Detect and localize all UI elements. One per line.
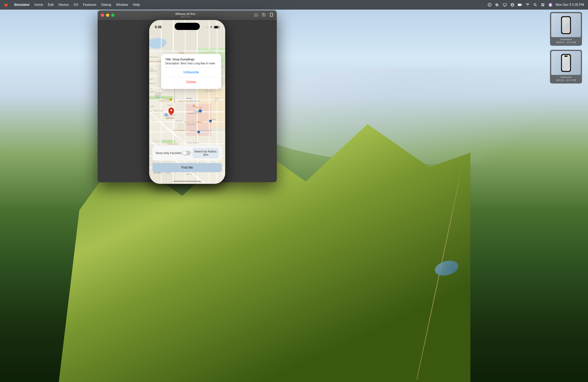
- control-center-icon[interactable]: [541, 3, 545, 7]
- svg-rect-2: [503, 4, 506, 6]
- globe-icon[interactable]: [510, 3, 515, 7]
- svg-text:HEIGHTS: HEIGHTS: [155, 96, 163, 98]
- status-bar: 5:35 ····: [149, 20, 225, 32]
- svg-text:FIC: FIC: [150, 88, 153, 89]
- svg-text:Asian Art Museum: Asian Art Museum: [173, 130, 185, 131]
- screenshot-img-2: [551, 51, 581, 75]
- desktop-background: [0, 0, 588, 382]
- svg-line-12: [536, 5, 537, 6]
- svg-text:b: b: [198, 132, 199, 133]
- user-icon[interactable]: [548, 3, 553, 7]
- svg-text:LOWER: LOWER: [155, 92, 162, 94]
- menubar-window[interactable]: Window: [116, 3, 128, 7]
- maximize-button[interactable]: [111, 14, 114, 17]
- close-button[interactable]: [101, 14, 104, 17]
- menubar-time: Mon Dec 9 5:35 PM: [556, 3, 584, 7]
- svg-text:Japan Town: Japan Town: [166, 117, 174, 119]
- svg-text:GEARY BLVD: GEARY BLVD: [153, 110, 163, 112]
- bottom-controls: Show Only Favorites: Search by Radius: 2…: [149, 145, 225, 172]
- phone-device: 5:35 ····: [149, 20, 225, 184]
- svg-text:The Independent: The Independent: [167, 143, 179, 145]
- svg-point-107: [193, 105, 194, 106]
- signal-dots: ····: [206, 26, 209, 29]
- apple-menu-icon[interactable]: 🍎: [4, 3, 8, 7]
- menubar-device[interactable]: Device: [58, 3, 69, 7]
- menubar-io[interactable]: I/O: [74, 3, 78, 7]
- popup-unfavorite-button[interactable]: Unfavorite: [165, 69, 217, 76]
- screenshot-label-2: Screenshot 2024-12....31.11 PM: [551, 75, 581, 82]
- battery-icon[interactable]: [518, 3, 522, 7]
- menubar-file[interactable]: home: [34, 3, 43, 7]
- svg-rect-25: [214, 26, 218, 28]
- svg-text:·: ·: [207, 130, 208, 132]
- search-icon[interactable]: [533, 3, 537, 7]
- home-indicator: [173, 181, 201, 182]
- find-me-button[interactable]: Find Me: [152, 163, 222, 172]
- battery-status-icon: [214, 26, 220, 29]
- menubar-debug[interactable]: Debug: [101, 3, 111, 7]
- zoom-icon[interactable]: Z: [487, 3, 492, 7]
- favorites-label: Show Only Favorites:: [156, 152, 182, 155]
- menubar-edit[interactable]: Edit: [48, 3, 54, 7]
- svg-point-13: [541, 3, 543, 5]
- svg-rect-10: [522, 4, 522, 5]
- svg-text:om: om: [150, 111, 152, 112]
- radius-button[interactable]: Search by Radius: 2km: [193, 148, 219, 158]
- favorites-toggle[interactable]: [182, 151, 191, 155]
- svg-point-105: [169, 98, 172, 101]
- menubar-right: Z 🐘: [487, 3, 584, 7]
- status-time: 5:35: [155, 25, 162, 29]
- simulator-toolbar: [254, 13, 273, 18]
- svg-text:b: b: [210, 120, 211, 122]
- svg-text:House of Prime Rib: House of Prime Rib: [179, 100, 192, 102]
- menubar-features[interactable]: Features: [83, 3, 96, 7]
- svg-text:IKEA: IKEA: [197, 121, 201, 123]
- wifi-icon[interactable]: [525, 3, 530, 7]
- svg-text:16TH ST: 16TH ST: [186, 173, 192, 175]
- svg-text:The Masonic: The Masonic: [191, 100, 200, 102]
- screenshot-label-1: Screenshot 2024-12....15.12 PM: [551, 37, 581, 45]
- menubar-help[interactable]: Help: [133, 3, 140, 7]
- svg-text:RAW: RAW: [150, 105, 154, 107]
- svg-text:PINE ST: PINE ST: [167, 104, 173, 106]
- popup-delete-button[interactable]: Delete: [165, 79, 217, 85]
- map-popup: Title: Soup Dumplings Description: Best …: [161, 54, 221, 89]
- svg-text:CHESTNUT: CHESTNUT: [149, 56, 158, 58]
- svg-point-101: [170, 110, 172, 111]
- minimize-button[interactable]: [106, 14, 109, 17]
- elephant-icon[interactable]: 🐘: [495, 3, 499, 7]
- svg-text:MISSION ST: MISSION ST: [187, 123, 196, 125]
- svg-point-18: [550, 4, 551, 5]
- svg-rect-21: [263, 13, 264, 14]
- home-toolbar-button[interactable]: [254, 13, 258, 18]
- svg-text:PACIFIC: PACIFIC: [155, 94, 162, 96]
- svg-text:SOMA: SOMA: [211, 118, 216, 120]
- menubar-left: 🍎 Simulator home Edit Device I/O Feature…: [4, 3, 140, 7]
- wifi-status-icon: [210, 26, 213, 28]
- svg-text:Lafayette Park: Lafayette Park: [159, 100, 170, 102]
- svg-point-20: [263, 14, 264, 15]
- menubar: 🍎 Simulator home Edit Device I/O Feature…: [0, 0, 588, 10]
- svg-point-16: [543, 5, 544, 6]
- screenshot-thumbnail-2[interactable]: Screenshot 2024-12....31.11 PM: [550, 50, 582, 83]
- popup-divider: [165, 67, 217, 68]
- svg-point-15: [541, 5, 543, 6]
- svg-text:HAYES VALLEY: HAYES VALLEY: [187, 142, 199, 144]
- simulator-title-main: iPhone 15 Pro: [119, 12, 252, 16]
- menubar-app-name[interactable]: Simulator: [14, 3, 30, 7]
- display-icon[interactable]: [503, 3, 507, 7]
- svg-point-14: [543, 3, 544, 5]
- phone-screen: 5:35 ····: [149, 20, 225, 184]
- screenshot-toolbar-button[interactable]: [262, 13, 266, 18]
- simulator-titlebar: iPhone 15 Pro iOS 17.4: [98, 10, 277, 20]
- svg-text:Z: Z: [489, 4, 490, 6]
- phone-shell: 5:35 ····: [149, 20, 225, 184]
- map-container[interactable]: BROADWAY PACIFIC-HEIGHTS CALIFORNIA-ST B…: [149, 20, 225, 184]
- screenshot-img-1: [551, 13, 581, 37]
- simulator-title: iPhone 15 Pro iOS 17.4: [119, 12, 252, 18]
- svg-text:Aquatic: Aquatic: [180, 52, 184, 54]
- svg-text:Saks Fifth: Saks Fifth: [195, 107, 202, 108]
- svg-text:UNION ST: UNION ST: [149, 70, 157, 72]
- screenshot-thumbnail-1[interactable]: Screenshot 2024-12....15.12 PM: [550, 12, 582, 46]
- rotate-toolbar-button[interactable]: [269, 13, 273, 18]
